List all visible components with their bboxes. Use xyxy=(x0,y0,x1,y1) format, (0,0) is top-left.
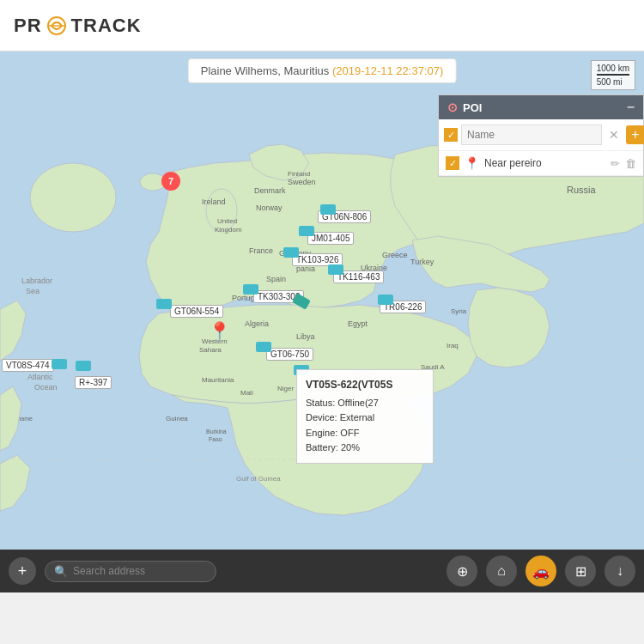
vehicle-icon-jm01405 xyxy=(299,226,314,236)
search-input[interactable] xyxy=(73,565,193,577)
svg-text:Sahara: Sahara xyxy=(199,346,222,354)
svg-text:Greece: Greece xyxy=(382,251,408,259)
svg-text:Guinea: Guinea xyxy=(166,415,188,422)
datetime-text: (2019-12-11 22:37:07) xyxy=(332,64,443,77)
grid-icon: ⊞ xyxy=(575,563,586,580)
svg-text:Algeria: Algeria xyxy=(245,319,269,328)
svg-text:Turkey: Turkey xyxy=(410,258,434,266)
logo-icon xyxy=(46,15,67,36)
logo-text-before: PR xyxy=(14,15,42,37)
svg-text:Sea: Sea xyxy=(26,287,39,295)
vehicle-icon-r397 xyxy=(76,361,91,371)
svg-text:Gulf of Guinea: Gulf of Guinea xyxy=(236,475,281,483)
svg-text:Labrador: Labrador xyxy=(21,276,52,285)
scale-bar: 1000 km 500 mi xyxy=(591,60,635,90)
poi-item-checkbox[interactable] xyxy=(446,156,459,170)
map-area[interactable]: Labrador Sea North Atlantic Ocean Gulf o… xyxy=(0,52,644,550)
header: PR TRACK xyxy=(0,0,644,52)
grid-toolbar-button[interactable]: ⊞ xyxy=(565,556,596,586)
vehicle-icon-gt06750 xyxy=(256,342,271,352)
search-icon: 🔍 xyxy=(54,565,68,578)
location-text: Plaine Wilhems, Mauritius xyxy=(201,64,330,77)
poi-checkbox[interactable] xyxy=(444,128,458,142)
svg-text:Ocean: Ocean xyxy=(34,383,58,392)
cluster-badge[interactable]: 7 xyxy=(161,172,180,191)
vehicle-label-gt06n554[interactable]: GT06N-554 xyxy=(170,305,223,318)
svg-text:Niger: Niger xyxy=(277,385,294,392)
svg-point-3 xyxy=(30,163,116,232)
popup-battery: Battery: 20% xyxy=(306,440,424,456)
search-bar[interactable]: 🔍 xyxy=(45,561,216,582)
poi-title: POI xyxy=(463,101,482,114)
bottom-toolbar: + 🔍 ⊕ ⌂ 🚗 ⊞ ↓ xyxy=(0,550,644,592)
poi-item-delete-button[interactable]: 🗑 xyxy=(625,157,636,170)
poi-panel: ⊙ POI − ✕ + 📍 Near pereiro ✏ 🗑 xyxy=(438,94,644,177)
poi-minimize-button[interactable]: − xyxy=(627,100,635,114)
poi-add-button[interactable]: + xyxy=(626,125,644,144)
popup-engine: Engine: OFF xyxy=(306,426,424,441)
svg-text:Denmark: Denmark xyxy=(254,186,286,195)
vehicle-icon-tk116463 xyxy=(328,264,343,275)
scale-line1: 1000 km xyxy=(597,64,629,76)
svg-text:Norway: Norway xyxy=(256,204,283,212)
poi-clear-button[interactable]: ✕ xyxy=(605,128,623,142)
logo: PR TRACK xyxy=(14,15,142,37)
vehicle-icon-gt06n806 xyxy=(320,204,336,215)
poi-pin-icon: ⊙ xyxy=(447,100,458,114)
red-pin-marker[interactable]: 📍 xyxy=(208,321,231,343)
add-button[interactable]: + xyxy=(9,557,36,585)
svg-text:Kingdom: Kingdom xyxy=(215,226,242,234)
vehicle-icon-gt06n554 xyxy=(156,299,172,309)
svg-text:Faso: Faso xyxy=(209,436,222,442)
svg-text:Burkina: Burkina xyxy=(206,428,227,434)
location-toolbar-button[interactable]: ⊕ xyxy=(447,556,477,586)
building-icon: ⌂ xyxy=(497,563,506,579)
poi-name-input[interactable] xyxy=(461,125,602,145)
vehicle-icon-vt08s474 xyxy=(52,359,67,369)
svg-text:Spain: Spain xyxy=(266,275,286,283)
poi-search-row: ✕ + xyxy=(439,119,643,151)
logo-text-after: TRACK xyxy=(71,15,142,37)
location-icon: ⊕ xyxy=(457,563,468,580)
svg-text:Russia: Russia xyxy=(567,185,597,195)
svg-text:Ireland: Ireland xyxy=(202,197,226,206)
svg-text:France: France xyxy=(249,246,273,255)
poi-item-edit-button[interactable]: ✏ xyxy=(611,157,620,170)
vehicle-popup: VT05S-622(VT05S Status: Offline(27 Devic… xyxy=(296,369,434,464)
svg-text:Syria: Syria xyxy=(451,307,467,315)
vehicle-label-vt08s474[interactable]: VT08S-474 xyxy=(2,359,54,372)
svg-text:Mauritania: Mauritania xyxy=(202,376,234,384)
vehicle-icon-tk103926 xyxy=(283,247,299,258)
poi-item-row: 📍 Near pereiro ✏ 🗑 xyxy=(439,151,643,176)
download-toolbar-button[interactable]: ↓ xyxy=(605,556,635,586)
svg-text:Sweden: Sweden xyxy=(288,178,316,186)
vehicle-icon-tr06226 xyxy=(378,295,393,305)
location-bar: Plaine Wilhems, Mauritius (2019-12-11 22… xyxy=(188,58,457,83)
vehicle-icon-tk303300 xyxy=(243,284,258,295)
vehicle-label-r397[interactable]: R+-397 xyxy=(75,376,112,389)
popup-device: Device: External xyxy=(306,410,424,426)
popup-status: Status: Offline(27 xyxy=(306,396,424,411)
vehicle-label-jm01405[interactable]: JM01-405 xyxy=(307,232,354,245)
svg-text:Mali: Mali xyxy=(240,389,253,397)
svg-text:Atlantic: Atlantic xyxy=(27,373,53,381)
car-icon: 🚗 xyxy=(532,563,550,580)
svg-text:Egypt: Egypt xyxy=(348,319,368,328)
svg-text:Finland: Finland xyxy=(288,170,310,178)
download-icon: ↓ xyxy=(617,563,623,579)
poi-item-name: Near pereiro xyxy=(484,157,605,169)
popup-title: VT05S-622(VT05S xyxy=(306,377,424,393)
vehicle-label-gt06750[interactable]: GT06-750 xyxy=(266,348,313,361)
building-toolbar-button[interactable]: ⌂ xyxy=(486,556,517,586)
vehicle-toolbar-button[interactable]: 🚗 xyxy=(526,556,556,586)
poi-panel-header: ⊙ POI − xyxy=(439,95,643,119)
poi-title-area: ⊙ POI xyxy=(447,100,482,114)
poi-item-pin-icon: 📍 xyxy=(465,156,479,170)
svg-text:Libya: Libya xyxy=(296,332,315,341)
svg-text:United: United xyxy=(217,217,237,225)
scale-line2: 500 mi xyxy=(597,77,623,87)
svg-text:Iraq: Iraq xyxy=(447,342,459,349)
